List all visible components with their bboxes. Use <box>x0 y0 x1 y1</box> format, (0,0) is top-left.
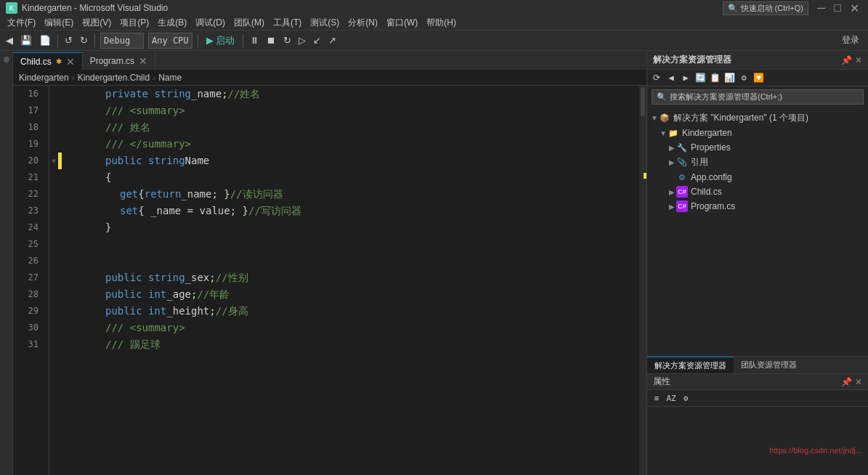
toolbar-btn[interactable]: ↻ <box>280 33 294 49</box>
toolbar-undo-button[interactable]: ↺ <box>62 33 76 49</box>
node-label: App.config <box>691 172 732 182</box>
debug-config-dropdown[interactable]: Debug <box>100 33 144 49</box>
fold-gutter-line <box>49 102 58 119</box>
toolbar-btn[interactable]: 📄 <box>36 33 54 49</box>
toolbar-btn[interactable]: ⏸ <box>247 33 262 49</box>
tree-item-appconfig[interactable]: ⚙ App.config <box>647 170 868 184</box>
se-btn[interactable]: ⚙ <box>737 71 750 84</box>
se-search-box[interactable]: 🔍 搜索解决方案资源管理器(Ctrl+;) <box>652 89 864 105</box>
se-btn[interactable]: ◀ <box>665 71 678 84</box>
tree-item-programcs[interactable]: ▶ C# Program.cs <box>647 199 868 214</box>
token: return <box>145 186 182 203</box>
line-number: 17 <box>13 102 43 119</box>
close-button[interactable]: ✕ <box>847 1 862 15</box>
code-content[interactable]: private string _name;//姓名/// <summary>//… <box>62 86 639 475</box>
se-btn[interactable]: 📋 <box>708 71 721 84</box>
toolbar-redo-button[interactable]: ↻ <box>77 33 91 49</box>
menu-item[interactable]: 编辑(E) <box>40 16 78 30</box>
arrow-icon: ▼ <box>650 114 659 122</box>
quick-launch-search[interactable]: 🔍 快速启动 (Ctrl+Q) <box>723 1 808 15</box>
se-btn[interactable]: 🔄 <box>694 71 707 84</box>
tree-item-references[interactable]: ▶ 📎 引用 <box>647 155 868 170</box>
menu-item[interactable]: 文件(F) <box>3 16 40 30</box>
solution-node[interactable]: ▼ 📦 解决方案 "Kindergarten" (1 个项目) <box>647 110 868 126</box>
tree-item-properties[interactable]: ▶ 🔧 Properties <box>647 140 868 155</box>
token: /// <summary> <box>105 320 185 336</box>
props-categorized-btn[interactable]: ≡ <box>650 391 663 405</box>
tab-team-explorer[interactable]: 团队资源管理器 <box>734 357 804 373</box>
close-props-icon[interactable]: ✕ <box>855 377 862 387</box>
tab-close-icon[interactable]: ✕ <box>139 55 147 67</box>
toolbar-btn[interactable]: ▷ <box>296 33 309 49</box>
token: _name; } <box>181 186 230 203</box>
project-node-kindergarten[interactable]: ▼ 📁 Kindergarten <box>647 126 868 140</box>
se-toolbar: ⟳ ◀ ▶ 🔄 📋 📊 ⚙ 🔽 <box>647 70 868 86</box>
toolbar: ◀ 💾 📄 ↺ ↻ Debug Any CPU ▶ 启动 ⏸ ⏹ ↻ ▷ ↙ ↗… <box>0 31 868 51</box>
minimize-button[interactable]: ─ <box>814 1 828 15</box>
token: public string <box>105 269 185 286</box>
pin-icon[interactable]: 📌 <box>841 377 852 387</box>
se-btn[interactable]: 🔽 <box>752 71 765 84</box>
menu-item[interactable]: 帮助(H) <box>422 16 461 30</box>
arrow-icon: ▼ <box>659 129 668 137</box>
line-numbers: 16171819202122232425262728293031 <box>13 86 49 475</box>
fold-gutter-line <box>49 320 58 336</box>
menu-item[interactable]: 生成(B) <box>153 16 191 30</box>
project-icon: 📁 <box>668 127 679 139</box>
menu-item[interactable]: 项目(P) <box>115 16 153 30</box>
tab-solution-explorer[interactable]: 解决方案资源管理器 <box>647 357 734 373</box>
scrollbar-thumb[interactable] <box>641 87 645 116</box>
code-line: /// 姓名 <box>76 119 639 136</box>
pin-icon[interactable]: 📌 <box>841 55 852 65</box>
line-number: 22 <box>13 186 43 203</box>
token: /// 姓名 <box>105 119 150 136</box>
token: { <box>138 186 144 203</box>
code-line: public string _sex;//性别 <box>76 269 639 286</box>
toolbar-btn[interactable]: ⏹ <box>264 33 279 49</box>
toolbar-back-button[interactable]: ◀ <box>3 33 16 49</box>
fold-gutter-line <box>49 286 58 303</box>
editor-scrollbar[interactable] <box>639 86 646 475</box>
toolbar-btn[interactable]: ↙ <box>310 33 324 49</box>
fold-gutter-line <box>49 186 58 203</box>
toolbar-btn[interactable]: ↗ <box>325 33 339 49</box>
properties-icon: 🔧 <box>676 142 688 153</box>
menu-item[interactable]: 工具(T) <box>269 16 306 30</box>
props-properties-btn[interactable]: ⚙ <box>679 391 692 405</box>
tab-close-icon[interactable]: ✕ <box>66 56 75 68</box>
menu-item[interactable]: 分析(N) <box>344 16 382 30</box>
code-line: set { _name = value; }//写访问器 <box>76 203 639 219</box>
toolbar-btn[interactable]: 💾 <box>17 33 35 49</box>
token: //年龄 <box>197 286 230 303</box>
menu-item[interactable]: 视图(V) <box>78 16 115 30</box>
close-panel-icon[interactable]: ✕ <box>855 55 862 65</box>
code-line: public int _age;//年龄 <box>76 286 639 303</box>
platform-dropdown[interactable]: Any CPU <box>148 33 192 49</box>
token: set <box>120 203 138 219</box>
breadcrumb-part-3[interactable]: Name <box>158 73 182 83</box>
menu-item[interactable]: 窗口(W) <box>382 16 422 30</box>
tree-item-childcs[interactable]: ▶ C# Child.cs <box>647 184 868 199</box>
tab-child-cs[interactable]: Child.cs ✱ ✕ <box>13 52 83 70</box>
code-line: private string _name;//姓名 <box>76 86 639 102</box>
start-button[interactable]: ▶ 启动 <box>202 33 239 49</box>
breadcrumb-part-2[interactable]: Kindergarten.Child <box>78 73 150 83</box>
menu-item[interactable]: 团队(M) <box>230 16 269 30</box>
code-line <box>76 236 639 253</box>
se-sync-btn[interactable]: ⟳ <box>650 71 663 84</box>
se-btn[interactable]: 📊 <box>723 71 736 84</box>
properties-panel-controls: 📌 ✕ <box>841 377 862 387</box>
fold-gutter-line[interactable]: ▼ <box>49 153 58 169</box>
breadcrumb-part-1[interactable]: Kindergarten <box>19 73 69 83</box>
maximize-button[interactable]: □ <box>831 1 844 15</box>
tab-program-cs[interactable]: Program.cs ✕ <box>83 52 155 70</box>
props-alphabetic-btn[interactable]: AZ <box>665 391 678 405</box>
fold-gutter-line <box>49 303 58 320</box>
menu-item[interactable]: 测试(S) <box>306 16 344 30</box>
menu-item[interactable]: 调试(D) <box>191 16 230 30</box>
window-controls[interactable]: ─ □ ✕ <box>814 1 862 15</box>
search-icon: 🔍 <box>728 4 738 13</box>
login-button[interactable]: 登录 <box>836 34 865 46</box>
se-btn[interactable]: ▶ <box>679 71 692 84</box>
line-number: 25 <box>13 236 43 253</box>
